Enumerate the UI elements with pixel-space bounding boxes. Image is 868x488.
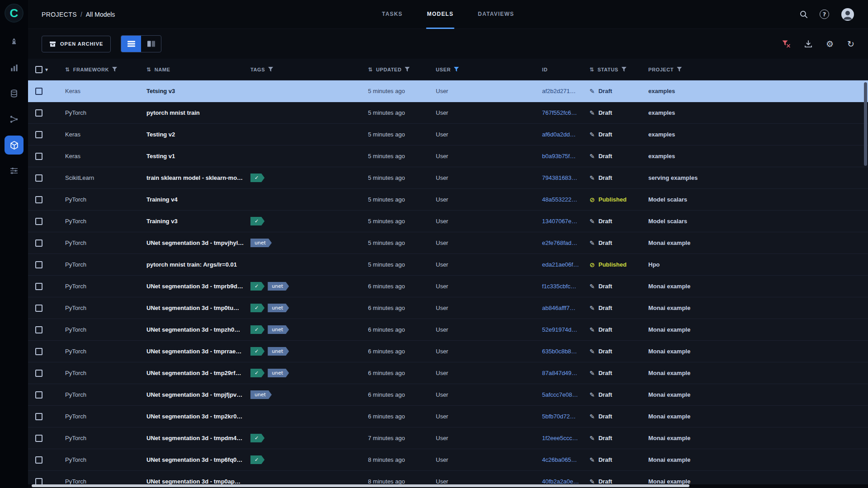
tag-unet[interactable]: unet xyxy=(268,369,289,377)
sidebar-item-models[interactable] xyxy=(5,136,24,155)
filter-icon[interactable] xyxy=(112,67,117,72)
table-row[interactable]: PyTorchUNet segmentation 3d - tmp0ap…8 m… xyxy=(28,471,868,484)
table-row[interactable]: PyTorchUNet segmentation 3d - tmpjfjpv…u… xyxy=(28,384,868,406)
table-row[interactable]: KerasTesting v15 minutes agoUserb0a93b75… xyxy=(28,145,868,167)
card-view-button[interactable] xyxy=(141,36,161,52)
row-checkbox[interactable] xyxy=(35,261,42,268)
table-row[interactable]: PyTorchpytorch mnist train: Args/lr=0.01… xyxy=(28,254,868,276)
sidebar-item-rocket[interactable] xyxy=(5,33,24,52)
user-avatar[interactable] xyxy=(841,8,854,21)
row-checkbox[interactable] xyxy=(35,218,42,225)
cell-id: 635b0c8b8… xyxy=(537,348,584,355)
tag-unet[interactable]: unet xyxy=(250,390,272,399)
vertical-scrollbar[interactable] xyxy=(864,82,867,254)
column-header-id[interactable]: ID xyxy=(537,67,584,72)
sidebar-item-reports[interactable] xyxy=(5,58,24,77)
sort-icon[interactable]: ⇅ xyxy=(146,66,151,73)
clearml-logo[interactable]: C xyxy=(5,4,24,23)
row-checkbox[interactable] xyxy=(35,239,42,247)
filter-icon[interactable] xyxy=(454,67,459,72)
select-all-checkbox[interactable] xyxy=(35,66,42,73)
tab-models[interactable]: MODELS xyxy=(426,0,455,29)
open-archive-button[interactable]: OPEN ARCHIVE xyxy=(42,36,111,52)
tag-check[interactable]: ✓ xyxy=(250,217,264,225)
row-checkbox[interactable] xyxy=(35,88,42,95)
tag-check[interactable]: ✓ xyxy=(250,347,264,356)
column-header-user[interactable]: USER xyxy=(430,67,537,72)
tag-check[interactable]: ✓ xyxy=(250,304,264,312)
row-checkbox[interactable] xyxy=(35,391,42,399)
column-header-framework[interactable]: ⇅FRAMEWORK xyxy=(60,66,141,73)
search-icon[interactable] xyxy=(799,10,808,19)
tag-unet[interactable]: unet xyxy=(268,304,289,312)
table-row[interactable]: PyTorchTraining v3✓5 minutes agoUser1340… xyxy=(28,211,868,232)
table-row[interactable]: KerasTesting v25 minutes agoUseraf6d0a2d… xyxy=(28,124,868,145)
row-checkbox[interactable] xyxy=(35,131,42,138)
tag-check[interactable]: ✓ xyxy=(250,369,264,377)
column-header-updated[interactable]: ⇅UPDATED xyxy=(363,66,430,73)
tag-unet[interactable]: unet xyxy=(250,239,272,247)
column-header-name[interactable]: ⇅NAME xyxy=(141,66,245,73)
filter-icon[interactable] xyxy=(268,67,273,72)
tag-unet[interactable]: unet xyxy=(268,325,289,334)
tab-dataviews[interactable]: DATAVIEWS xyxy=(477,0,515,29)
sort-icon[interactable]: ⇅ xyxy=(590,66,594,73)
horizontal-scrollbar-thumb[interactable] xyxy=(32,484,689,487)
table-row[interactable]: PyTorchUNet segmentation 3d - tmpdm4…✓7 … xyxy=(28,427,868,449)
tag-check[interactable]: ✓ xyxy=(250,434,264,442)
column-header-status[interactable]: ⇅STATUS xyxy=(584,66,643,73)
filter-icon[interactable] xyxy=(405,67,410,72)
row-checkbox[interactable] xyxy=(35,456,42,464)
vertical-scrollbar-thumb[interactable] xyxy=(864,82,867,166)
refresh-icon[interactable]: ↻ xyxy=(847,40,854,48)
row-checkbox[interactable] xyxy=(35,326,42,333)
filter-icon[interactable] xyxy=(677,67,682,72)
tab-tasks[interactable]: TASKS xyxy=(381,0,404,29)
select-all-caret-icon[interactable]: ▾ xyxy=(45,66,48,73)
tag-check[interactable]: ✓ xyxy=(250,282,264,291)
help-icon[interactable]: ? xyxy=(820,9,829,19)
table-row[interactable]: PyTorchUNet segmentation 3d - tmp29rf…✓u… xyxy=(28,362,868,384)
tag-unet[interactable]: unet xyxy=(268,347,289,356)
table-row[interactable]: PyTorchUNet segmentation 3d - tmp6fq0…✓8… xyxy=(28,449,868,471)
row-checkbox[interactable] xyxy=(35,283,42,290)
tag-check[interactable]: ✓ xyxy=(250,325,264,334)
sort-icon[interactable]: ⇅ xyxy=(368,66,373,73)
horizontal-scrollbar[interactable] xyxy=(32,484,863,487)
tag-unet[interactable]: unet xyxy=(268,282,289,291)
sort-icon[interactable]: ⇅ xyxy=(65,66,70,73)
row-checkbox[interactable] xyxy=(35,478,42,485)
column-header-tags[interactable]: TAGS xyxy=(245,67,363,72)
table-row[interactable]: PyTorchpytorch mnist train5 minutes agoU… xyxy=(28,102,868,124)
tag-check[interactable]: ✓ xyxy=(250,174,264,182)
sidebar-item-hyperdatasets[interactable] xyxy=(5,161,24,180)
breadcrumb-projects[interactable]: PROJECTS xyxy=(42,11,77,18)
tag-check[interactable]: ✓ xyxy=(250,455,264,464)
settings-icon[interactable]: ⚙ xyxy=(826,40,834,48)
sidebar-item-pipelines[interactable] xyxy=(5,110,24,129)
table-row[interactable]: PyTorchTraining v45 minutes agoUser48a55… xyxy=(28,189,868,211)
column-header-project[interactable]: PROJECT xyxy=(643,67,868,72)
sidebar-item-datasets[interactable] xyxy=(5,84,24,103)
table-row[interactable]: PyTorchUNet segmentation 3d - tmprrae…✓u… xyxy=(28,341,868,362)
table-row[interactable]: ScikitLearntrain sklearn model - sklearn… xyxy=(28,167,868,189)
row-checkbox[interactable] xyxy=(35,370,42,377)
clear-filters-icon[interactable] xyxy=(782,40,791,48)
row-checkbox[interactable] xyxy=(35,153,42,160)
row-checkbox[interactable] xyxy=(35,196,42,203)
row-checkbox[interactable] xyxy=(35,174,42,182)
table-view-button[interactable] xyxy=(121,36,141,52)
table-row[interactable]: PyTorchUNet segmentation 3d - tmp2kr0…6 … xyxy=(28,406,868,427)
download-icon[interactable] xyxy=(804,40,812,48)
table-row[interactable]: PyTorchUNet segmentation 3d - tmprb9d…✓u… xyxy=(28,276,868,297)
row-checkbox[interactable] xyxy=(35,305,42,312)
table-row[interactable]: PyTorchUNet segmentation 3d - tmpzh0…✓un… xyxy=(28,319,868,341)
row-checkbox[interactable] xyxy=(35,109,42,117)
row-checkbox[interactable] xyxy=(35,413,42,420)
row-checkbox[interactable] xyxy=(35,348,42,355)
table-row[interactable]: KerasTetsing v35 minutes agoUseraf2b2d27… xyxy=(28,80,868,102)
filter-icon[interactable] xyxy=(622,67,627,72)
table-row[interactable]: PyTorchUNet segmentation 3d - tmp0tu…✓un… xyxy=(28,297,868,319)
table-row[interactable]: PyTorchUNet segmentation 3d - tmpvjhyl…u… xyxy=(28,232,868,254)
row-checkbox[interactable] xyxy=(35,435,42,442)
